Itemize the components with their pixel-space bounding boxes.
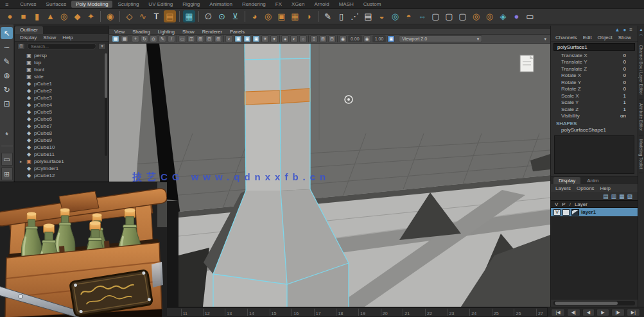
go-to-start-button[interactable]: |◀ (551, 309, 564, 316)
object-name-field[interactable]: polySurface1 (553, 43, 635, 51)
outliner-tab[interactable]: Outliner (15, 26, 43, 34)
viewport-menu-item[interactable]: Shading (132, 29, 150, 35)
gate-mask-icon[interactable]: ▯ (310, 35, 318, 42)
frame-tick[interactable]: 22 (425, 309, 432, 316)
rotate-view-icon[interactable]: ↻ (141, 35, 148, 42)
attribute-value[interactable]: 1 (623, 93, 626, 99)
shaded-icon[interactable]: ▣ (234, 35, 242, 42)
shelf-tab[interactable]: Arnold (310, 1, 334, 8)
viewport-menu-item[interactable]: Show (182, 29, 195, 35)
shelf-tab[interactable]: XGen (287, 1, 309, 8)
joint-tool-icon[interactable]: ⊙ (216, 10, 228, 22)
poly-cube-icon[interactable]: ■ (17, 10, 30, 22)
attribute-value[interactable]: 1 (623, 107, 626, 112)
frame-tick[interactable]: 15 (270, 309, 277, 316)
paint-select-tool[interactable]: ✎ (1, 55, 13, 67)
skeleton-icon[interactable]: ⊻ (229, 10, 241, 22)
center-pivot-icon[interactable]: ⊙ (150, 35, 157, 42)
textured-icon[interactable]: ▣ (243, 35, 251, 42)
layer-empty-icon[interactable]: ▥ (611, 193, 616, 200)
poly-sphere-icon[interactable]: ● (4, 10, 16, 22)
layer-row[interactable]: V layer1 (551, 208, 638, 216)
shelf-tab[interactable]: FX (271, 1, 286, 8)
frame-tick[interactable]: 23 (448, 309, 455, 316)
outliner-item[interactable]: ◆ pCube3 (19, 94, 109, 101)
mirror-icon[interactable]: ⇔ (416, 10, 428, 22)
svg-tool-icon[interactable]: ▤ (164, 10, 176, 22)
frame-tick[interactable]: 13 (225, 309, 232, 316)
outliner-item[interactable]: ◆ pCube2 (19, 87, 109, 94)
manip-icon[interactable]: ▲ (615, 27, 620, 33)
layer-editor-scrollbar[interactable] (553, 301, 635, 305)
attribute-value[interactable]: 1 (623, 99, 626, 105)
hybrid-icon[interactable]: ≡ (629, 27, 632, 33)
two-pane-icon[interactable]: ⊟ (205, 35, 213, 42)
sidebar-vertical-tab[interactable]: Attribute Editor (639, 99, 643, 135)
half-sphere-icon[interactable]: ◑ (302, 10, 315, 22)
shelf-tab[interactable]: MASH (335, 1, 358, 8)
snap-box-3-icon[interactable]: ▢ (457, 10, 469, 22)
channel-box-menu-item[interactable]: Show (618, 35, 631, 40)
channel-box-menu-item[interactable]: Channels (555, 35, 577, 40)
field-guide-icon[interactable]: ⊞ (319, 35, 327, 42)
lattice-icon[interactable]: ◈ (497, 10, 509, 22)
pane-single-icon[interactable]: ▦ (112, 35, 119, 42)
image-plane-icon[interactable]: ⊞ (196, 35, 204, 42)
type-tool-icon[interactable]: T (150, 10, 162, 22)
channel-attribute-row[interactable]: Scale X 1 (551, 92, 638, 99)
channel-attribute-row[interactable]: Scale Y 1 (551, 99, 638, 107)
outliner-search-input[interactable] (27, 43, 96, 49)
channel-attribute-row[interactable]: Translate Z 0 (551, 65, 638, 73)
layer-editor-menu-item[interactable]: Options (577, 185, 595, 191)
outliner-menu-item[interactable]: Show (43, 35, 56, 40)
frame-tick[interactable]: 21 (403, 309, 410, 316)
outliner-scrollbar[interactable] (105, 53, 107, 156)
poly-cylinder-icon[interactable]: ▮ (31, 10, 43, 22)
window-icon[interactable]: ▭ (524, 10, 536, 22)
channel-attribute-row[interactable]: Rotate Y 0 (551, 79, 638, 86)
attribute-value[interactable]: 0 (623, 53, 626, 58)
frame-tick[interactable]: 25 (492, 309, 499, 316)
viewport-menu-item[interactable]: Renderer (202, 29, 222, 35)
channel-box-menu-item[interactable]: Object (598, 35, 613, 40)
scale-tool[interactable]: ⊡ (1, 98, 13, 110)
shelf-tab[interactable]: UV Editing (144, 1, 177, 8)
layer-editor-tab[interactable]: Anim (582, 177, 604, 184)
viewport-menu-item[interactable]: Lighting (158, 29, 175, 35)
select-tool[interactable]: ↖ (1, 27, 13, 39)
outliner-menu-item[interactable]: Display (20, 35, 37, 40)
frame-tick[interactable]: 16 (292, 309, 299, 316)
shelf-tab[interactable]: Poly Modeling (71, 1, 112, 8)
exposure-field[interactable]: 0.00 (348, 35, 362, 42)
viewport-menu-item[interactable]: View (114, 29, 125, 35)
layout-four-pane[interactable]: ⊞ (1, 167, 13, 180)
camera-attrs-icon[interactable]: ▭ (178, 35, 186, 42)
layer-move-icon[interactable]: ▤ (603, 193, 609, 200)
outliner-item[interactable]: ◆ pCube4 (19, 101, 109, 108)
list-mode-icon[interactable]: ⊞ (17, 43, 25, 49)
sidebar-vertical-tab[interactable]: Channel Box / Layer Editor (639, 41, 643, 99)
outliner-item[interactable]: ◆ pCube1 (19, 80, 109, 87)
color-mgmt-icon[interactable]: ▣ (387, 35, 395, 42)
filter-icon[interactable]: ▾ (98, 43, 106, 49)
dashed-line-icon[interactable]: ⋰ (349, 10, 361, 22)
frame-tick[interactable]: 20 (381, 309, 388, 316)
outliner-item[interactable]: ▣ persp (19, 52, 109, 59)
step-back-button[interactable]: ◀| (567, 309, 580, 316)
outliner-item[interactable]: ▣ side (19, 73, 109, 80)
channel-attribute-row[interactable]: Visibility on (551, 113, 638, 120)
channel-attribute-row[interactable]: Scale Z 1 (551, 106, 638, 113)
poly-torus-icon[interactable]: ◎ (58, 10, 70, 22)
line-icon[interactable]: / (168, 35, 175, 42)
shelf-tab[interactable]: Rendering (238, 1, 270, 8)
lasso-tool[interactable]: ∽ (1, 41, 13, 53)
poly-disc-icon[interactable]: ✦ (85, 10, 97, 22)
outliner-item[interactable]: ◆ pCylinder1 (19, 165, 109, 172)
snap-box-1-icon[interactable]: ▢ (430, 10, 442, 22)
shelf-tab[interactable]: Animation (205, 1, 237, 8)
globe-icon[interactable]: ● (510, 10, 523, 22)
layer-new-icon[interactable]: ▦ (619, 193, 625, 200)
sphere-project-icon[interactable]: ◉ (104, 10, 116, 22)
shelf-tab[interactable]: Rigging (178, 1, 204, 8)
expand-arrow-icon[interactable]: ▸ (20, 159, 24, 164)
